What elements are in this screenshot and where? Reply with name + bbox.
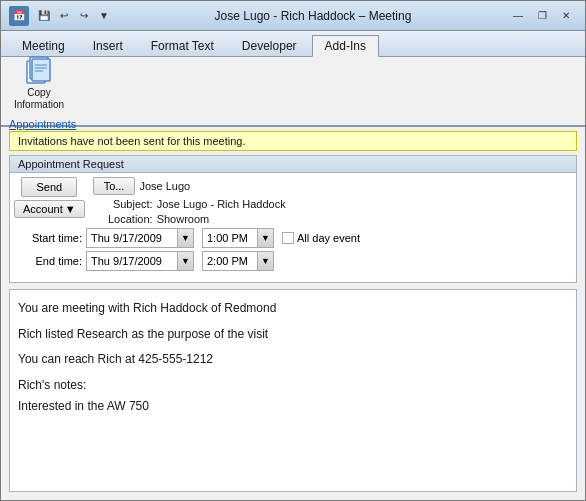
- restore-button[interactable]: ❐: [531, 7, 553, 25]
- allday-row: All day event: [282, 232, 360, 244]
- end-time-select[interactable]: 2:00 PM ▼: [202, 251, 274, 271]
- location-row: Location: Showroom: [93, 213, 572, 225]
- end-date-value: Thu 9/17/2009: [87, 255, 177, 267]
- tab-format-text[interactable]: Format Text: [138, 35, 227, 56]
- redo-quick-button[interactable]: ↪: [75, 7, 93, 25]
- notification-bar: Invitations have not been sent for this …: [9, 131, 577, 151]
- quick-access-toolbar: 💾 ↩ ↪ ▼: [35, 7, 113, 25]
- account-button[interactable]: Account ▼: [14, 200, 85, 218]
- to-button[interactable]: To...: [93, 177, 136, 195]
- main-window: 📅 💾 ↩ ↪ ▼ Jose Lugo - Rich Haddock – Mee…: [0, 0, 586, 501]
- tab-add-ins[interactable]: Add-Ins: [312, 35, 379, 57]
- to-row: To... Jose Lugo: [93, 177, 572, 195]
- end-time-row: End time: Thu 9/17/2009 ▼ 2:00 PM ▼: [18, 251, 568, 271]
- datetime-rows: Start time: Thu 9/17/2009 ▼ 1:00 PM ▼ Al…: [14, 228, 572, 278]
- window-title: Jose Lugo - Rich Haddock – Meeting: [119, 9, 507, 23]
- svg-rect-2: [32, 59, 50, 81]
- start-time-select[interactable]: 1:00 PM ▼: [202, 228, 274, 248]
- tab-insert[interactable]: Insert: [80, 35, 136, 56]
- allday-checkbox[interactable]: [282, 232, 294, 244]
- start-date-select[interactable]: Thu 9/17/2009 ▼: [86, 228, 194, 248]
- start-time-arrow[interactable]: ▼: [257, 229, 273, 247]
- start-date-value: Thu 9/17/2009: [87, 232, 177, 244]
- location-value: Showroom: [157, 213, 572, 225]
- notes-line4-header: Rich's notes:: [18, 378, 86, 392]
- notes-line3: You can reach Rich at 425-555-1212: [18, 349, 568, 371]
- notes-line1: You are meeting with Rich Haddock of Red…: [18, 298, 568, 320]
- appointments-link[interactable]: Appointments: [9, 118, 76, 130]
- app-icon: 📅: [9, 6, 29, 26]
- title-bar: 📅 💾 ↩ ↪ ▼ Jose Lugo - Rich Haddock – Mee…: [1, 1, 585, 31]
- notes-area: You are meeting with Rich Haddock of Red…: [9, 289, 577, 492]
- start-time-value: 1:00 PM: [203, 232, 257, 244]
- send-account-col: Send Account ▼: [14, 177, 85, 228]
- subject-label: Subject:: [93, 198, 153, 210]
- account-arrow-icon: ▼: [65, 203, 76, 215]
- notes-line4: Rich's notes: Interested in the AW 750: [18, 375, 568, 418]
- end-time-value: 2:00 PM: [203, 255, 257, 267]
- allday-label: All day event: [297, 232, 360, 244]
- start-label: Start time:: [18, 232, 82, 244]
- send-button[interactable]: Send: [21, 177, 77, 197]
- quick-access-dropdown[interactable]: ▼: [95, 7, 113, 25]
- location-label: Location:: [93, 213, 153, 225]
- start-time-row: Start time: Thu 9/17/2009 ▼ 1:00 PM ▼ Al…: [18, 228, 568, 248]
- ribbon-tabs: Meeting Insert Format Text Developer Add…: [1, 31, 585, 57]
- account-label: Account: [23, 203, 63, 215]
- copy-information-label: CopyInformation: [14, 87, 64, 111]
- ribbon-content: CopyInformation Appointments: [1, 57, 585, 127]
- window-controls: — ❐ ✕: [507, 7, 577, 25]
- close-button[interactable]: ✕: [555, 7, 577, 25]
- end-date-arrow[interactable]: ▼: [177, 252, 193, 270]
- subject-row: Subject: Jose Lugo - Rich Haddock: [93, 198, 572, 210]
- undo-quick-button[interactable]: ↩: [55, 7, 73, 25]
- tab-developer[interactable]: Developer: [229, 35, 310, 56]
- to-value: Jose Lugo: [139, 180, 572, 192]
- appointment-form: Appointment Request Send Account ▼ To...…: [9, 155, 577, 283]
- form-body: Send Account ▼ To... Jose Lugo Subject: …: [10, 173, 576, 282]
- form-title: Appointment Request: [10, 156, 576, 173]
- minimize-button[interactable]: —: [507, 7, 529, 25]
- end-date-select[interactable]: Thu 9/17/2009 ▼: [86, 251, 194, 271]
- subject-value: Jose Lugo - Rich Haddock: [157, 198, 572, 210]
- copy-information-button[interactable]: CopyInformation: [9, 52, 69, 112]
- copy-information-icon: [23, 53, 55, 85]
- end-label: End time:: [18, 255, 82, 267]
- start-date-arrow[interactable]: ▼: [177, 229, 193, 247]
- notification-text: Invitations have not been sent for this …: [18, 135, 245, 147]
- end-time-arrow[interactable]: ▼: [257, 252, 273, 270]
- save-quick-button[interactable]: 💾: [35, 7, 53, 25]
- notes-line4-body: Interested in the AW 750: [18, 399, 149, 413]
- notes-line2: Rich listed Research as the purpose of t…: [18, 324, 568, 346]
